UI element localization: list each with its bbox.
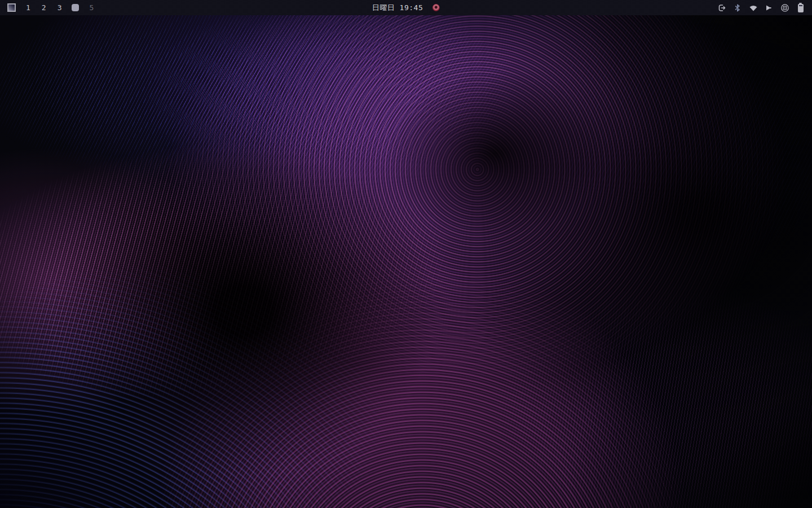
clock-area: 日曜日 19:45 [372,0,440,15]
system-tray [717,3,812,12]
desktop-wallpaper [0,15,812,508]
wifi-icon[interactable] [748,3,758,12]
top-bar: 1 2 3 5 日曜日 19:45 [0,0,812,15]
workspace-button-3[interactable]: 3 [56,0,63,15]
battery-icon[interactable] [796,3,805,12]
clock[interactable]: 日曜日 19:45 [372,3,423,13]
active-app-icon[interactable] [72,4,79,11]
battery-nub [799,3,802,4]
bluetooth-icon[interactable] [732,3,742,12]
wallpaper-layer-vignette [0,15,812,508]
logout-icon[interactable] [717,3,726,12]
battery-level [799,5,802,7]
volume-icon[interactable] [764,3,774,12]
workspace-button-2[interactable]: 2 [41,0,47,15]
volume-glyph [765,3,773,12]
wifi-glyph [749,3,758,12]
bluetooth-glyph [734,3,742,12]
record-indicator-icon[interactable] [433,4,440,11]
logout-glyph [717,3,726,12]
battery-body [798,4,804,12]
input-method-glyph [780,3,789,12]
input-method-icon[interactable] [780,3,789,12]
launcher-icon[interactable] [7,3,16,12]
workspace-area: 1 2 3 5 [0,0,95,15]
workspace-button-5[interactable]: 5 [88,0,95,15]
workspace-button-1[interactable]: 1 [25,0,32,15]
